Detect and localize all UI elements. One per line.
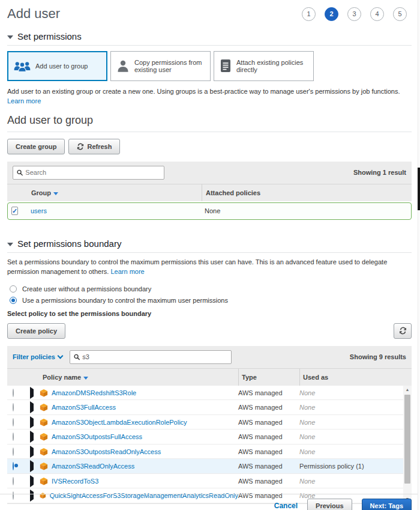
expand-row-icon[interactable] <box>30 475 34 487</box>
refresh-policies-button[interactable] <box>394 323 412 339</box>
policy-table-scrollbar[interactable]: ▲ ▼ <box>403 386 412 503</box>
radio-icon[interactable] <box>10 297 17 304</box>
policy-name-link[interactable]: AmazonS3ObjectLambdaExecutionRolePolicy <box>52 419 187 426</box>
group-column-header[interactable]: Group <box>28 184 202 201</box>
expand-row-icon[interactable] <box>30 401 34 413</box>
scrollbar-thumb[interactable] <box>404 395 410 484</box>
group-table-body: ✓ users None <box>7 202 412 220</box>
type-column-header[interactable]: Type <box>238 369 299 386</box>
policy-table-row[interactable]: AmazonS3OutpostsReadOnlyAccess AWS manag… <box>7 445 412 460</box>
section-permissions-boundary[interactable]: Set permissions boundary <box>7 238 412 253</box>
policy-used-as: None <box>299 389 403 396</box>
radio-label: Create user without a permissions bounda… <box>22 285 151 293</box>
card-label: Copy permissions from existing user <box>134 59 205 73</box>
scrollbar-spacer <box>403 369 412 386</box>
radio-option-no-boundary[interactable]: Create user without a permissions bounda… <box>7 285 412 293</box>
learn-more-link[interactable]: Learn more <box>7 97 41 105</box>
policy-search-input[interactable] <box>82 353 227 360</box>
group-search-input[interactable] <box>25 169 160 176</box>
group-table-row[interactable]: ✓ users None <box>7 202 412 220</box>
page-scrollbar[interactable] <box>418 0 420 510</box>
group-icon <box>13 59 31 73</box>
expand-column-header <box>25 369 40 386</box>
refresh-button[interactable]: Refresh <box>68 139 120 154</box>
policy-radio[interactable] <box>13 433 14 441</box>
learn-more-link[interactable]: Learn more <box>110 268 144 275</box>
policy-table-row[interactable]: AmazonDMSRedshiftS3Role AWS managed None <box>7 386 412 401</box>
step-circle-1: 1 <box>302 7 316 21</box>
policy-name-column-header[interactable]: Policy name <box>40 369 238 386</box>
radio-icon[interactable] <box>10 285 17 293</box>
expand-row-icon[interactable] <box>30 431 34 443</box>
policy-name-link[interactable]: AmazonS3OutpostsReadOnlyAccess <box>52 448 161 455</box>
group-search[interactable] <box>13 166 164 180</box>
chevron-down-icon <box>57 353 63 359</box>
policy-actions: Create policy <box>7 323 412 339</box>
refresh-icon <box>77 143 84 150</box>
filter-policies-dropdown[interactable]: Filter policies <box>13 353 62 360</box>
previous-button[interactable]: Previous <box>307 499 352 510</box>
group-table-header: Group Attached policies <box>7 184 412 201</box>
step-circle-4: 4 <box>370 7 384 21</box>
policy-radio[interactable] <box>13 389 14 397</box>
set-permissions-description: Add user to an existing group or create … <box>7 87 412 106</box>
policy-table-row[interactable]: AmazonS3ObjectLambdaExecutionRolePolicy … <box>7 415 412 430</box>
policy-table-row[interactable]: AmazonS3ReadOnlyAccess AWS managed Permi… <box>7 459 412 474</box>
expand-row-icon[interactable] <box>30 460 34 472</box>
policy-used-as: None <box>299 448 403 455</box>
policy-radio[interactable] <box>13 403 14 411</box>
card-attach-policies[interactable]: Attach existing policies directly <box>214 51 314 81</box>
policy-cube-icon <box>40 462 48 470</box>
policy-results-count: Showing 9 results <box>350 353 406 360</box>
create-policy-button[interactable]: Create policy <box>7 323 65 339</box>
group-table: Showing 1 result Group Attached policies… <box>7 162 412 220</box>
policy-cube-icon <box>40 403 48 411</box>
expand-row-icon[interactable] <box>30 387 34 399</box>
sort-desc-icon <box>53 192 58 195</box>
group-checkbox[interactable]: ✓ <box>11 207 18 215</box>
attached-policies-column-header[interactable]: Attached policies <box>202 184 412 201</box>
card-add-user-to-group[interactable]: Add user to group <box>7 51 107 81</box>
policy-cube-icon <box>40 433 48 441</box>
description-text: Add user to an existing group or create … <box>7 88 400 95</box>
policy-name-link[interactable]: IVSRecordToS3 <box>52 478 98 485</box>
policy-cube-icon <box>40 418 48 427</box>
group-section-title: Add user to group <box>7 114 412 132</box>
policy-table-row[interactable]: IVSRecordToS3 AWS managed None <box>7 474 412 489</box>
section-set-permissions[interactable]: Set permissions <box>7 31 412 46</box>
policy-name-link[interactable]: AmazonS3ReadOnlyAccess <box>52 463 134 470</box>
policy-used-as: None <box>299 404 403 411</box>
policy-table-row[interactable]: AmazonS3OutpostsFullAccess AWS managed N… <box>7 430 412 445</box>
expand-row-icon[interactable] <box>30 416 34 428</box>
cancel-link[interactable]: Cancel <box>274 502 298 510</box>
group-attached-policies: None <box>201 207 411 214</box>
policy-used-as: None <box>299 419 403 426</box>
policy-name-link[interactable]: AmazonDMSRedshiftS3Role <box>52 389 136 396</box>
policy-used-as: None <box>299 478 403 485</box>
wizard-footer: Cancel Previous Next: Tags <box>0 494 420 510</box>
scroll-up-icon[interactable]: ▲ <box>403 386 412 394</box>
policy-table-row[interactable]: AmazonS3FullAccess AWS managed None <box>7 400 412 415</box>
used-as-column-header[interactable]: Used as <box>299 369 403 386</box>
next-tags-button[interactable]: Next: Tags <box>362 499 412 510</box>
radio-option-use-boundary[interactable]: Use a permissions boundary to control th… <box>7 297 412 304</box>
policy-radio[interactable] <box>13 462 14 470</box>
step-circle-3: 3 <box>347 7 361 21</box>
policy-search[interactable] <box>70 350 232 364</box>
card-copy-permissions[interactable]: Copy permissions from existing user <box>110 51 211 81</box>
boundary-radio-group: Create user without a permissions bounda… <box>7 285 412 304</box>
group-name-link[interactable]: users <box>31 207 47 214</box>
policy-radio[interactable] <box>13 418 14 427</box>
sort-desc-icon <box>83 377 88 380</box>
policy-radio[interactable] <box>13 448 14 456</box>
policy-radio[interactable] <box>13 477 14 485</box>
page-title: Add user <box>7 6 60 22</box>
radio-column-header <box>7 369 25 386</box>
card-label: Add user to group <box>35 62 88 70</box>
group-results-count: Showing 1 result <box>353 169 406 176</box>
expand-row-icon[interactable] <box>30 446 34 458</box>
policy-name-link[interactable]: AmazonS3FullAccess <box>52 404 116 411</box>
page-scrollbar-thumb[interactable] <box>418 168 420 210</box>
policy-name-link[interactable]: AmazonS3OutpostsFullAccess <box>52 433 142 440</box>
create-group-button[interactable]: Create group <box>7 139 65 154</box>
